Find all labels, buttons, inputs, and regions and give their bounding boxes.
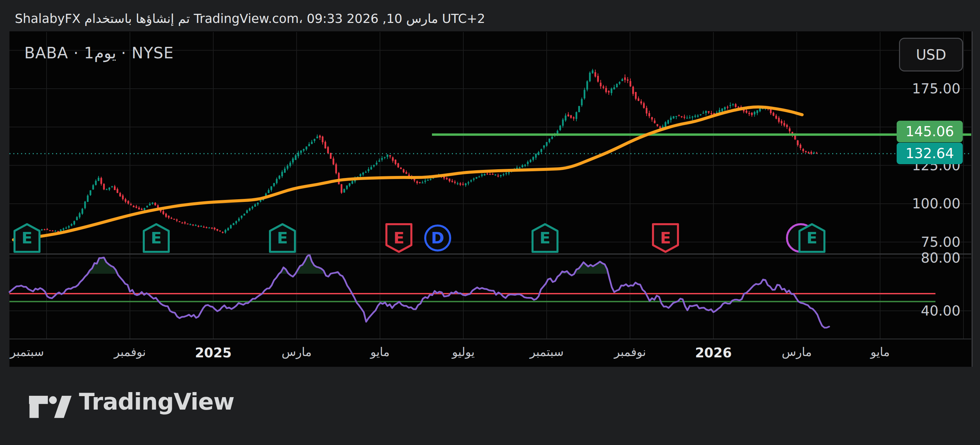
- tradingview-logo-icon: [29, 390, 72, 422]
- price-axis[interactable]: [973, 32, 980, 367]
- tradingview-logo: TradingView: [29, 388, 265, 425]
- attribution-header: ShalabyFX تم إنشاؤها باستخدام TradingVie…: [15, 11, 485, 26]
- tradingview-screenshot: ShalabyFX تم إنشاؤها باستخدام TradingVie…: [0, 0, 980, 445]
- symbol-title: BABA · 1يوم · NYSE: [24, 44, 174, 62]
- tradingview-wordmark: TradingView: [79, 388, 234, 415]
- chart-panel[interactable]: [10, 32, 972, 367]
- time-axis[interactable]: [10, 339, 972, 367]
- currency-button[interactable]: USD: [899, 38, 963, 71]
